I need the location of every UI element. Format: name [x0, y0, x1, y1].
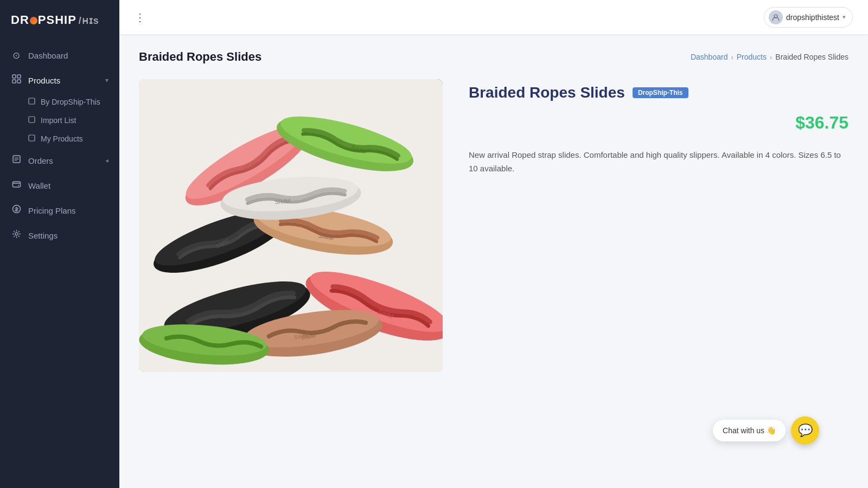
chevron-down-icon: ▾ — [105, 76, 108, 84]
sidebar-subitem-label: Import List — [41, 116, 76, 125]
sidebar-nav: ⊙ Dashboard Products ▾ By DropShip-This — [0, 38, 119, 488]
logo-o-icon — [30, 17, 37, 24]
sidebar-item-my-products[interactable]: My Products — [0, 130, 119, 148]
page-title: Braided Ropes Slides — [139, 50, 261, 64]
svg-point-11 — [15, 233, 18, 235]
main-content: ⋮ dropshipthistest ▾ Braided Ropes Slide… — [119, 0, 868, 488]
menu-icon[interactable]: ⋮ — [135, 11, 145, 24]
products-submenu: By DropShip-This Import List My Products — [0, 93, 119, 148]
product-price: $36.75 — [469, 113, 848, 133]
page-title-row: Braided Ropes Slides Dashboard › Product… — [139, 50, 848, 64]
sidebar-item-label: Dashboard — [28, 51, 68, 60]
svg-rect-5 — [29, 117, 35, 123]
user-dropdown[interactable]: dropshipthistest ▾ — [764, 7, 853, 28]
product-image-svg: SIMM — [139, 79, 443, 372]
wallet-icon — [11, 179, 22, 191]
subitem-icon — [28, 116, 35, 125]
username-label: dropshipthistest — [786, 13, 839, 22]
breadcrumb: Dashboard › Products › Braided Ropes Sli… — [691, 53, 848, 61]
sidebar-item-wallet[interactable]: Wallet — [0, 173, 119, 198]
header-right: dropshipthistest ▾ — [764, 7, 853, 28]
header-left: ⋮ — [135, 11, 145, 24]
product-name-row: Braided Ropes Slides DropShip-This — [469, 84, 848, 102]
product-detail: SIMM — [139, 79, 848, 372]
breadcrumb-dashboard[interactable]: Dashboard — [691, 53, 728, 61]
sidebar-item-label: Settings — [28, 231, 58, 240]
product-info: Braided Ropes Slides DropShip-This $36.7… — [469, 79, 848, 372]
breadcrumb-sep-1: › — [731, 53, 733, 61]
breadcrumb-sep-2: › — [770, 53, 772, 61]
sidebar-item-orders[interactable]: Orders ◂ — [0, 148, 119, 173]
sidebar-item-dashboard[interactable]: ⊙ Dashboard — [0, 43, 119, 68]
logo-slash: /ʜɪs — [79, 15, 99, 26]
svg-rect-4 — [29, 98, 35, 104]
sidebar-item-products[interactable]: Products ▾ — [0, 68, 119, 93]
subitem-icon — [28, 134, 35, 143]
logo-text: DRPSHIP/ʜɪs — [11, 13, 99, 27]
header: ⋮ dropshipthistest ▾ — [119, 0, 868, 35]
chat-icon: 💬 — [798, 423, 813, 438]
sidebar-item-settings[interactable]: Settings — [0, 223, 119, 248]
sidebar-subitem-label: My Products — [41, 134, 83, 143]
chat-bubble: Chat with us 👋 — [713, 420, 786, 441]
chevron-down-icon: ▾ — [843, 14, 846, 21]
settings-icon — [11, 229, 22, 241]
chat-widget: Chat with us 👋 💬 — [713, 416, 819, 445]
orders-icon — [11, 155, 22, 166]
breadcrumb-products[interactable]: Products — [737, 53, 767, 61]
sidebar-subitem-label: By DropShip-This — [41, 98, 100, 106]
product-image: SIMM — [139, 79, 443, 372]
svg-point-9 — [18, 185, 19, 186]
product-name: Braided Ropes Slides — [469, 84, 625, 102]
dropship-badge: DropShip-This — [633, 87, 688, 98]
svg-rect-1 — [17, 75, 21, 78]
sidebar-item-pricing[interactable]: Pricing Plans — [0, 198, 119, 223]
svg-text:SIMM: SIMM — [275, 197, 291, 206]
sidebar-item-label: Orders — [28, 156, 53, 165]
svg-rect-0 — [12, 75, 16, 78]
sidebar-item-import-list[interactable]: Import List — [0, 111, 119, 130]
product-image-container: SIMM — [139, 79, 443, 372]
pricing-icon — [11, 204, 22, 216]
avatar — [769, 10, 783, 24]
dashboard-icon: ⊙ — [11, 50, 22, 61]
svg-rect-2 — [12, 80, 16, 83]
subitem-icon — [28, 98, 35, 106]
sidebar: DRPSHIP/ʜɪs ⊙ Dashboard Products ▾ By Dr… — [0, 0, 119, 488]
logo: DRPSHIP/ʜɪs — [0, 0, 119, 38]
svg-rect-6 — [29, 135, 35, 141]
svg-rect-8 — [12, 182, 20, 187]
sidebar-item-label: Wallet — [28, 181, 50, 190]
sidebar-item-label: Products — [28, 76, 60, 85]
sidebar-item-label: Pricing Plans — [28, 206, 76, 215]
svg-rect-3 — [17, 80, 21, 83]
chevron-icon: ◂ — [105, 157, 108, 164]
breadcrumb-current: Braided Ropes Slides — [775, 53, 848, 61]
products-icon — [11, 74, 22, 86]
sidebar-item-by-dropship[interactable]: By DropShip-This — [0, 93, 119, 111]
chat-button[interactable]: 💬 — [791, 416, 819, 445]
product-description: New arrival Roped strap slides. Comforta… — [469, 148, 848, 176]
